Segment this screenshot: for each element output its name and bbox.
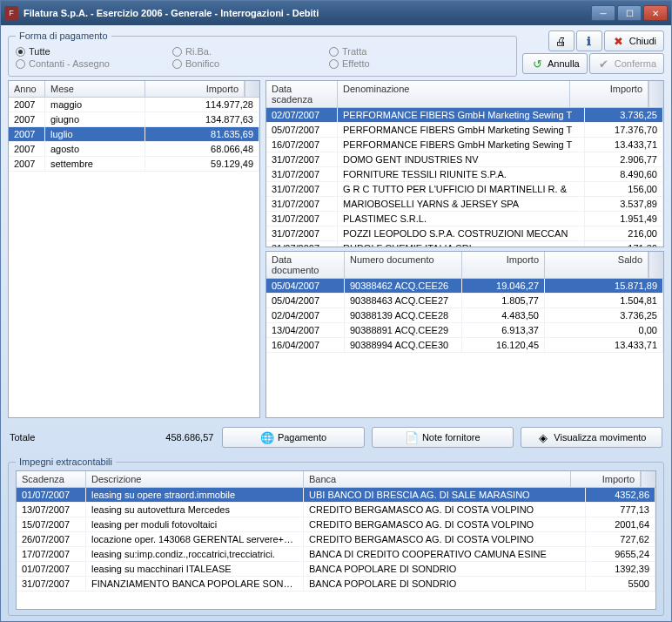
extra-legend: Impegni extracontabili [16, 456, 116, 467]
note-icon: 📄 [405, 430, 419, 444]
table-row[interactable]: 05/04/200790388463 ACQ.CEE271.805,771.50… [266, 294, 663, 308]
titlebar[interactable]: F Filatura S.p.A. - Esercizio 2006 - Gen… [1, 1, 671, 25]
extra-grid[interactable]: Scadenza Descrizione Banca Importo 01/07… [16, 470, 656, 610]
radio-bonifico[interactable]: Bonifico [172, 58, 320, 69]
scadenze-grid[interactable]: Data scadenza Denominazione Importo 02/0… [265, 80, 664, 247]
table-row[interactable]: 31/07/2007MARIOBOSELLI YARNS & JERSEY SP… [266, 197, 663, 212]
table-row[interactable]: 13/04/200790388891 ACQ.CEE296.913,370,00 [266, 323, 663, 338]
total-value: 458.686,57 [165, 432, 213, 443]
scrollbar[interactable] [641, 471, 655, 487]
view-icon: ◈ [536, 430, 550, 444]
col-denominazione[interactable]: Denominazione [338, 81, 570, 107]
table-row[interactable]: 26/07/2007locazione oper. 143068 GERENTA… [17, 532, 655, 547]
radio-contanti-assegno[interactable]: Contanti - Assegno [16, 58, 164, 69]
radio-dot-icon [172, 47, 182, 57]
table-row[interactable]: 2007maggio114.977,28 [9, 98, 259, 112]
table-row[interactable]: 2007luglio81.635,69 [9, 127, 259, 142]
chiudi-button[interactable]: ✖Chiudi [604, 30, 664, 51]
table-row[interactable]: 2007agosto68.066,48 [9, 142, 259, 157]
check-icon: ✔ [597, 57, 611, 71]
radio-ri-ba-[interactable]: Ri.Ba. [172, 46, 320, 57]
radio-dot-icon [16, 59, 25, 69]
radio-effetto[interactable]: Effetto [329, 58, 477, 69]
payment-form-legend: Forma di pagamento [16, 30, 111, 41]
table-row[interactable]: 31/07/2007DOMO GENT INDUSTRIES NV2.906,7… [266, 152, 663, 167]
window-close-button[interactable]: ✕ [643, 5, 668, 21]
col-anno[interactable]: Anno [9, 81, 45, 97]
info-button[interactable]: ℹ [576, 30, 602, 51]
payment-form-group: Forma di pagamento TutteRi.Ba.TrattaCont… [8, 30, 517, 77]
col-num-doc[interactable]: Numero documento [345, 252, 462, 278]
col-banca[interactable]: Banca [304, 471, 571, 487]
globe-icon: 🌐 [260, 430, 274, 444]
table-row[interactable]: 01/07/2007leasing su macchinari ITALEASE… [17, 562, 655, 577]
conferma-button[interactable]: ✔Conferma [589, 53, 664, 74]
table-row[interactable]: 13/07/2007leasing su autovettura Mercede… [17, 503, 655, 517]
annulla-button[interactable]: ↺Annulla [522, 53, 588, 74]
table-row[interactable]: 2007giugno134.877,63 [9, 112, 259, 127]
maximize-button[interactable]: ☐ [617, 5, 642, 21]
window-title: Filatura S.p.A. - Esercizio 2006 - Gener… [24, 8, 591, 18]
table-row[interactable]: 31/07/2007G R C TUTTO PER L'UFFICIO DI M… [266, 182, 663, 197]
scrollbar[interactable] [648, 81, 663, 107]
table-row[interactable]: 31/07/2007PLASTIMEC S.R.L.1.951,49 [266, 212, 663, 226]
radio-tutte[interactable]: Tutte [16, 46, 164, 57]
close-icon: ✖ [612, 34, 626, 48]
extra-group: Impegni extracontabili Scadenza Descrizi… [8, 456, 664, 616]
col-scadenza[interactable]: Scadenza [17, 471, 86, 487]
scrollbar[interactable] [648, 252, 663, 278]
col-data-scadenza[interactable]: Data scadenza [266, 81, 338, 107]
col-data-doc[interactable]: Data documento [266, 252, 345, 278]
table-row[interactable]: 2007settembre59.129,49 [9, 157, 259, 172]
toolbar: 🖨 ℹ ✖Chiudi ↺Annulla ✔Conferma [522, 30, 664, 74]
undo-icon: ↺ [530, 57, 544, 71]
table-row[interactable]: 17/07/2007leasing su:imp.condiz.,roccatr… [17, 547, 655, 562]
radio-dot-icon [329, 47, 339, 57]
info-icon: ℹ [582, 34, 596, 48]
table-row[interactable]: 31/07/2007FINANZIAMENTO BANCA POPOLARE S… [17, 577, 655, 592]
table-row[interactable]: 31/07/2007RUDOLF CHEMIE ITALIA SRL171,36 [266, 241, 663, 247]
note-fornitore-button[interactable]: 📄Note fornitore [372, 427, 514, 448]
table-row[interactable]: 05/07/2007PERFORMANCE FIBERS GmbH Market… [266, 123, 663, 138]
scrollbar[interactable] [245, 81, 259, 97]
col-importo-doc[interactable]: Importo [462, 252, 545, 278]
table-row[interactable]: 16/04/200790388994 ACQ.CEE3016.120,4513.… [266, 338, 663, 353]
radio-dot-icon [16, 47, 25, 57]
radio-tratta[interactable]: Tratta [329, 46, 477, 57]
col-importo-extra[interactable]: Importo [571, 471, 641, 487]
table-row[interactable]: 31/07/2007POZZI LEOPOLDO S.P.A. COSTRUZI… [266, 226, 663, 241]
app-window: F Filatura S.p.A. - Esercizio 2006 - Gen… [0, 0, 672, 622]
table-row[interactable]: 02/04/200790388139 ACQ.CEE284.483,503.73… [266, 308, 663, 323]
pagamento-button[interactable]: 🌐Pagamento [222, 427, 364, 448]
table-row[interactable]: 16/07/2007PERFORMANCE FIBERS GmbH Market… [266, 138, 663, 152]
table-row[interactable]: 31/07/2007FORNITURE TESSILI RIUNITE S.P.… [266, 167, 663, 182]
print-button[interactable]: 🖨 [548, 30, 575, 51]
radio-dot-icon [172, 59, 182, 69]
table-row[interactable]: 02/07/2007PERFORMANCE FIBERS GmbH Market… [266, 108, 663, 123]
monthly-grid[interactable]: Anno Mese Importo 2007maggio114.977,2820… [8, 80, 260, 418]
table-row[interactable]: 01/07/2007leasing su opere straord.immob… [17, 488, 655, 503]
col-mese[interactable]: Mese [45, 81, 145, 97]
minimize-button[interactable]: ─ [591, 5, 615, 21]
col-importo[interactable]: Importo [145, 81, 245, 97]
radio-dot-icon [329, 59, 339, 69]
table-row[interactable]: 15/07/2007leasing per moduli fotovoltaic… [17, 517, 655, 532]
visualizza-movimento-button[interactable]: ◈Visualizza movimento [521, 427, 662, 448]
col-saldo[interactable]: Saldo [545, 252, 648, 278]
total-label: Totale [10, 432, 35, 443]
col-importo-scad[interactable]: Importo [570, 81, 648, 107]
table-row[interactable]: 05/04/200790388462 ACQ.CEE2619.046,2715.… [266, 279, 663, 294]
print-icon: 🖨 [554, 34, 568, 48]
app-icon: F [4, 6, 18, 20]
col-descrizione[interactable]: Descrizione [86, 471, 304, 487]
documenti-grid[interactable]: Data documento Numero documento Importo … [265, 251, 664, 418]
